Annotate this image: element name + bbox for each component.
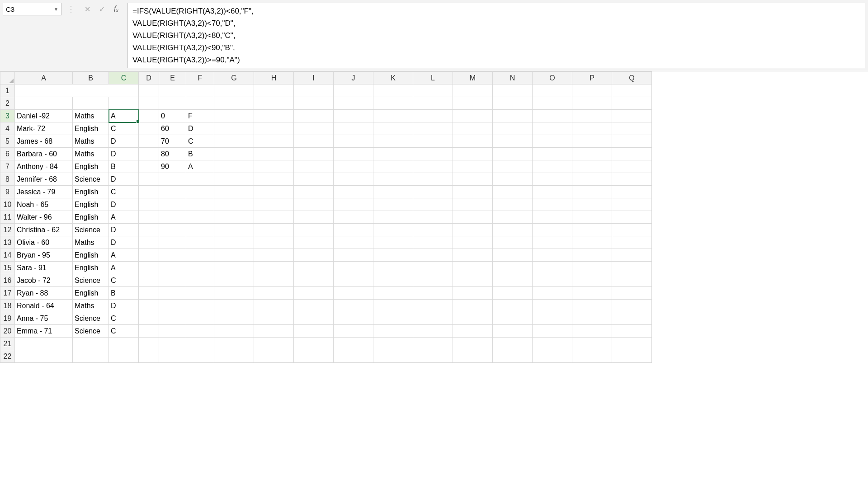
cell-F13[interactable]: [186, 236, 214, 249]
row-header-12[interactable]: 12: [0, 224, 15, 236]
cell-K[interactable]: [373, 262, 413, 274]
cell-J[interactable]: [334, 262, 373, 274]
cell-A4[interactable]: Mark- 72: [15, 122, 73, 135]
cell-J[interactable]: [334, 135, 373, 148]
col-header-K[interactable]: K: [373, 72, 413, 84]
cell-D21[interactable]: [139, 338, 159, 350]
cell-J[interactable]: [334, 338, 373, 350]
col-header-D[interactable]: D: [139, 72, 159, 84]
cell-J[interactable]: [334, 84, 373, 97]
cell-K[interactable]: [373, 350, 413, 363]
cell-D3[interactable]: [139, 110, 159, 122]
cell-G[interactable]: [214, 350, 254, 363]
cell-M[interactable]: [453, 84, 493, 97]
cell-C11[interactable]: A: [109, 211, 139, 224]
cell-F4[interactable]: D: [186, 122, 214, 135]
cell-G[interactable]: [214, 110, 254, 122]
cell-L[interactable]: [413, 148, 453, 160]
cell-I[interactable]: [294, 236, 334, 249]
cell-E3[interactable]: 0: [159, 110, 186, 122]
cell-I[interactable]: [294, 338, 334, 350]
cell-P[interactable]: [572, 249, 612, 262]
row-header-20[interactable]: 20: [0, 325, 15, 338]
cell-Q[interactable]: [612, 350, 652, 363]
cell-H[interactable]: [254, 186, 294, 198]
cell-L[interactable]: [413, 262, 453, 274]
cell-N[interactable]: [493, 84, 533, 97]
cell-J[interactable]: [334, 97, 373, 110]
cell-C10[interactable]: D: [109, 198, 139, 211]
cell-J[interactable]: [334, 173, 373, 186]
cell-H[interactable]: [254, 97, 294, 110]
cell-K[interactable]: [373, 135, 413, 148]
cell-H[interactable]: [254, 135, 294, 148]
cell-K[interactable]: [373, 148, 413, 160]
row-header-22[interactable]: 22: [0, 350, 15, 363]
cell-L[interactable]: [413, 325, 453, 338]
cell-G[interactable]: [214, 198, 254, 211]
cell-G[interactable]: [214, 325, 254, 338]
cell-P[interactable]: [572, 224, 612, 236]
cell-E14[interactable]: [159, 249, 186, 262]
col-header-Q[interactable]: Q: [612, 72, 652, 84]
cell-G[interactable]: [214, 122, 254, 135]
row-header-15[interactable]: 15: [0, 262, 15, 274]
cell-A7[interactable]: Anthony - 84: [15, 160, 73, 173]
cell-G[interactable]: [214, 338, 254, 350]
cell-M[interactable]: [453, 325, 493, 338]
cell-H[interactable]: [254, 173, 294, 186]
cell-F18[interactable]: [186, 300, 214, 312]
row-header-4[interactable]: 4: [0, 122, 15, 135]
cell-L[interactable]: [413, 224, 453, 236]
cell-G[interactable]: [214, 135, 254, 148]
cell-G[interactable]: [214, 148, 254, 160]
cell-E7[interactable]: 90: [159, 160, 186, 173]
cell-P[interactable]: [572, 350, 612, 363]
cell-N[interactable]: [493, 350, 533, 363]
cell-A12[interactable]: Christina - 62: [15, 224, 73, 236]
cell-E17[interactable]: [159, 287, 186, 300]
cell-I[interactable]: [294, 211, 334, 224]
row-header-1[interactable]: 1: [0, 84, 15, 97]
cell-C5[interactable]: D: [109, 135, 139, 148]
cell-I[interactable]: [294, 249, 334, 262]
cell-H[interactable]: [254, 224, 294, 236]
cell-N[interactable]: [493, 249, 533, 262]
cell-I[interactable]: [294, 173, 334, 186]
cell-H[interactable]: [254, 262, 294, 274]
cell-B7[interactable]: English: [73, 160, 109, 173]
cell-N[interactable]: [493, 338, 533, 350]
cell-H[interactable]: [254, 249, 294, 262]
cell-I[interactable]: [294, 325, 334, 338]
cell-M[interactable]: [453, 186, 493, 198]
cell-F19[interactable]: [186, 312, 214, 325]
cell-N[interactable]: [493, 110, 533, 122]
cell-P[interactable]: [572, 338, 612, 350]
cell-D15[interactable]: [139, 262, 159, 274]
col-header-L[interactable]: L: [413, 72, 453, 84]
cell-B8[interactable]: Science: [73, 173, 109, 186]
cell-G[interactable]: [214, 300, 254, 312]
cell-K[interactable]: [373, 211, 413, 224]
cell-F8[interactable]: [186, 173, 214, 186]
cell-F14[interactable]: [186, 249, 214, 262]
cell-P[interactable]: [572, 312, 612, 325]
cell-P[interactable]: [572, 173, 612, 186]
cell-M[interactable]: [453, 274, 493, 287]
cell-N[interactable]: [493, 135, 533, 148]
cell-J[interactable]: [334, 350, 373, 363]
cell-D20[interactable]: [139, 325, 159, 338]
cell-K[interactable]: [373, 110, 413, 122]
cell-K[interactable]: [373, 122, 413, 135]
cell-N[interactable]: [493, 236, 533, 249]
cell-O[interactable]: [533, 338, 572, 350]
cell-B12[interactable]: Science: [73, 224, 109, 236]
cell-K[interactable]: [373, 173, 413, 186]
cell-B9[interactable]: English: [73, 186, 109, 198]
cell-A9[interactable]: Jessica - 79: [15, 186, 73, 198]
cell-M[interactable]: [453, 198, 493, 211]
cell-L[interactable]: [413, 198, 453, 211]
cell-K[interactable]: [373, 84, 413, 97]
cell-M[interactable]: [453, 122, 493, 135]
header-grade[interactable]: Grade: [109, 97, 139, 110]
